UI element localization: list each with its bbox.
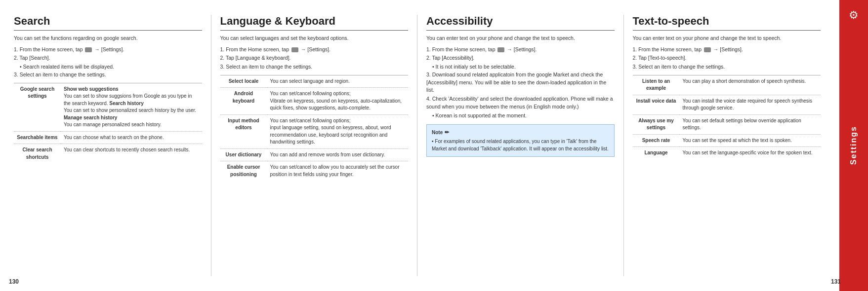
table-row: Always use mysettings You can set defaul… xyxy=(633,114,821,134)
lang-row-1-label: Select locale xyxy=(220,75,267,88)
tts-row-2-desc: You can install the voice date required … xyxy=(680,95,821,114)
tts-row-5-desc: You can set the language-specific voice … xyxy=(680,147,821,159)
home-icon xyxy=(85,47,92,52)
lang-row-1-desc: You can select language and region. xyxy=(267,75,409,88)
tts-row-2-label: Install voice data xyxy=(633,95,680,114)
search-row-3-desc: You can clear shortcuts to recently chos… xyxy=(61,144,202,164)
table-row: Input methodeditors You can set/cancel f… xyxy=(220,114,409,148)
acc-step-bullet1: It is not initialy set to be selectable. xyxy=(432,63,615,71)
tts-steps: 1. From the Home screen, tap → [Settings… xyxy=(633,46,821,71)
search-section: Search You can set the functions regardi… xyxy=(14,15,211,276)
search-title: Search xyxy=(14,15,202,31)
lang-row-3-label: Input methodeditors xyxy=(220,114,267,148)
table-row: Language You can set the language-specif… xyxy=(633,147,821,159)
search-step-1: 1. From the Home screen, tap → [Settings… xyxy=(14,46,202,54)
home-icon-4 xyxy=(704,47,711,52)
tts-row-3-label: Always use mysettings xyxy=(633,114,680,134)
tts-table: Listen to an example You can play a shor… xyxy=(633,75,821,159)
search-row-1-label: Google searchsettings xyxy=(14,83,61,131)
search-step-2: 2. Tap [Search]. xyxy=(14,54,202,62)
pencil-icon: ✏ xyxy=(445,129,449,137)
note-box: Note ✏ • For examples of sound related a… xyxy=(426,124,615,157)
language-table: Select locale You can select language an… xyxy=(220,75,409,181)
search-steps: 1. From the Home screen, tap → [Settings… xyxy=(14,46,202,79)
acc-step-1: 1. From the Home screen, tap → [Settings… xyxy=(426,46,615,54)
search-row-2-desc: You can choose what to search on the pho… xyxy=(61,131,202,144)
lang-row-3-desc: You can set/cancel following options;inp… xyxy=(267,114,409,148)
tts-title: Text-to-speech xyxy=(633,15,821,31)
search-desc: You can set the functions regarding on g… xyxy=(14,35,202,42)
gear-icon: ⚙ xyxy=(849,9,859,22)
language-step-3: 3. Select an item to change the settings… xyxy=(220,63,409,71)
accessibility-steps: 1. From the Home screen, tap → [Settings… xyxy=(426,46,615,120)
table-row: User dictionary You can add and remove w… xyxy=(220,148,409,161)
table-row: Google searchsettings Show web suggestio… xyxy=(14,83,202,131)
table-row: Enable cursorpositioning You can set/can… xyxy=(220,161,409,181)
tts-row-1-label: Listen to an example xyxy=(633,75,680,95)
home-icon-3 xyxy=(497,47,504,52)
lang-row-2-desc: You can set/cancel following options;Vib… xyxy=(267,88,409,115)
tts-row-4-desc: You can set the speed at which the text … xyxy=(680,134,821,147)
table-row: Listen to an example You can play a shor… xyxy=(633,75,821,95)
tts-step-2: 2. Tap [Text-to-speech]. xyxy=(633,54,821,62)
language-title: Language & Keyboard xyxy=(220,15,409,31)
language-section: Language & Keyboard You can select langu… xyxy=(211,15,418,276)
accessibility-desc: You can enter text on your phone and cha… xyxy=(426,35,615,42)
table-row: Clear searchshortcuts You can clear shor… xyxy=(14,144,202,164)
content-area: Search You can set the functions regardi… xyxy=(0,0,839,291)
tts-row-3-desc: You can set default settings below overr… xyxy=(680,114,821,134)
page-number-left: 130 xyxy=(9,278,19,285)
home-icon-2 xyxy=(291,47,298,52)
settings-sidebar: ⚙ Settings xyxy=(839,0,868,291)
page-number-right: 131 xyxy=(831,278,841,285)
acc-step-bullet2: Korean is not supported at the moment. xyxy=(432,112,615,120)
search-row-3-label: Clear searchshortcuts xyxy=(14,144,61,164)
sidebar-label: Settings xyxy=(849,126,858,165)
table-row: Androidkeyboard You can set/cancel follo… xyxy=(220,88,409,115)
search-step-3: 3. Select an item to change the settings… xyxy=(14,71,202,79)
acc-step-3: 3. Download sound related applicatoin fr… xyxy=(426,71,615,94)
tts-row-1-desc: You can play a short demonstration of sp… xyxy=(680,75,821,95)
tts-step-3: 3. Select an item to change the settings… xyxy=(633,63,821,71)
tts-row-4-label: Speech rate xyxy=(633,134,680,147)
language-step-1: 1. From the Home screen, tap → [Settings… xyxy=(220,46,409,54)
note-label: Note xyxy=(432,129,443,137)
table-row: Install voice data You can install the v… xyxy=(633,95,821,114)
language-steps: 1. From the Home screen, tap → [Settings… xyxy=(220,46,409,71)
accessibility-section: Accessibility You can enter text on your… xyxy=(417,15,624,276)
tts-desc: You can enter text on your phone and cha… xyxy=(633,35,821,42)
note-title: Note ✏ xyxy=(432,129,609,137)
lang-row-4-label: User dictionary xyxy=(220,148,267,161)
language-desc: You can select languages and set the key… xyxy=(220,35,409,42)
lang-row-5-desc: You can set/cancel to allow you to accur… xyxy=(267,161,409,181)
language-step-2: 2. Tap [Language & keyboard]. xyxy=(220,54,409,62)
accessibility-title: Accessibility xyxy=(426,15,615,31)
table-row: Speech rate You can set the speed at whi… xyxy=(633,134,821,147)
table-row: Searchable items You can choose what to … xyxy=(14,131,202,144)
acc-step-2: 2. Tap [Accessibility]. xyxy=(426,54,615,62)
tts-row-5-label: Language xyxy=(633,147,680,159)
search-table: Google searchsettings Show web suggestio… xyxy=(14,83,202,164)
acc-step-4: 4. Check 'Accessibility' and select the … xyxy=(426,95,615,111)
lang-row-4-desc: You can add and remove words from user d… xyxy=(267,148,409,161)
tts-step-1: 1. From the Home screen, tap → [Settings… xyxy=(633,46,821,54)
lang-row-5-label: Enable cursorpositioning xyxy=(220,161,267,181)
table-row: Select locale You can select language an… xyxy=(220,75,409,88)
search-row-2-label: Searchable items xyxy=(14,131,61,144)
search-step-bullet: Search realated items will be displayed. xyxy=(20,63,202,71)
search-row-1-desc: Show web suggestions You can set to show… xyxy=(61,83,202,131)
note-content: • For examples of sound related applicat… xyxy=(432,138,609,152)
tts-section: Text-to-speech You can enter text on you… xyxy=(624,15,830,276)
lang-row-2-label: Androidkeyboard xyxy=(220,88,267,115)
